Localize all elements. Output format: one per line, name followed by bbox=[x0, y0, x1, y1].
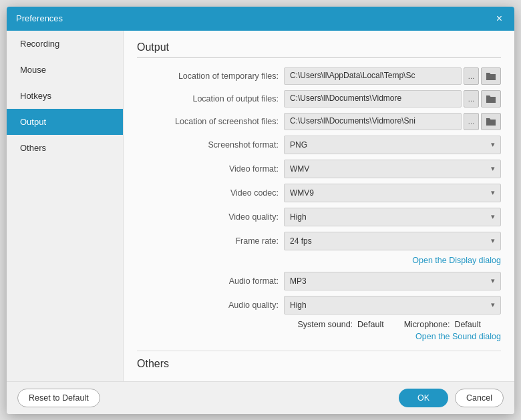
sidebar-item-others[interactable]: Others bbox=[7, 135, 123, 161]
temp-files-label: Location of temporary files: bbox=[137, 71, 284, 81]
sidebar-item-mouse[interactable]: Mouse bbox=[7, 57, 123, 83]
video-quality-label: Video quality: bbox=[137, 212, 284, 222]
frame-rate-select[interactable]: 24 fps ▾ bbox=[284, 232, 501, 250]
audio-quality-value: High bbox=[290, 300, 307, 310]
video-codec-label: Video codec: bbox=[137, 188, 284, 198]
temp-files-input[interactable]: C:\Users\ll\AppData\Local\Temp\Sc bbox=[284, 67, 462, 85]
sidebar-item-hotkeys[interactable]: Hotkeys bbox=[7, 83, 123, 109]
screenshot-files-field-group: C:\Users\ll\Documents\Vidmore\Sni ... bbox=[284, 113, 501, 130]
chevron-down-icon: ▾ bbox=[491, 276, 495, 285]
main-content: Output Location of temporary files: C:\U… bbox=[124, 31, 514, 381]
screenshot-format-field-group: PNG ▾ bbox=[284, 136, 501, 154]
folder-icon bbox=[486, 117, 496, 126]
open-display-link[interactable]: Open the Display dialog bbox=[412, 256, 501, 265]
audio-quality-field-group: High ▾ bbox=[284, 296, 501, 314]
sidebar-item-output[interactable]: Output bbox=[7, 109, 123, 135]
video-codec-row: Video codec: WMV9 ▾ bbox=[137, 184, 501, 202]
sound-info-row: System sound: Default Microphone: Defaul… bbox=[137, 320, 501, 329]
screenshot-files-dots-button[interactable]: ... bbox=[464, 113, 479, 130]
sidebar-item-recording[interactable]: Recording bbox=[7, 31, 123, 57]
video-quality-field-group: High ▾ bbox=[284, 208, 501, 226]
close-button[interactable]: × bbox=[494, 12, 505, 25]
video-codec-value: WMV9 bbox=[290, 188, 314, 198]
dialog-title: Preferences bbox=[16, 13, 63, 23]
chevron-down-icon: ▾ bbox=[491, 300, 495, 309]
frame-rate-row: Frame rate: 24 fps ▾ bbox=[137, 232, 501, 250]
screenshot-format-value: PNG bbox=[290, 140, 307, 150]
screenshot-files-input[interactable]: C:\Users\ll\Documents\Vidmore\Sni bbox=[284, 113, 462, 130]
dialog-footer: Reset to Default OK Cancel bbox=[7, 381, 514, 414]
chevron-down-icon: ▾ bbox=[491, 236, 495, 245]
video-format-row: Video format: WMV ▾ bbox=[137, 160, 501, 178]
output-section-title: Output bbox=[137, 41, 501, 58]
frame-rate-value: 24 fps bbox=[290, 236, 312, 246]
output-files-input[interactable]: C:\Users\ll\Documents\Vidmore bbox=[284, 90, 462, 108]
system-sound-value: Default bbox=[357, 320, 384, 329]
video-quality-value: High bbox=[290, 212, 307, 222]
video-format-field-group: WMV ▾ bbox=[284, 160, 501, 178]
folder-icon bbox=[486, 94, 496, 103]
sidebar-item-label: Others bbox=[20, 143, 46, 153]
sidebar: Recording Mouse Hotkeys Output Others bbox=[7, 31, 124, 381]
frame-rate-label: Frame rate: bbox=[137, 236, 284, 246]
audio-format-value: MP3 bbox=[290, 276, 307, 286]
video-codec-select[interactable]: WMV9 ▾ bbox=[284, 184, 501, 202]
temp-files-dots-button[interactable]: ... bbox=[464, 67, 479, 85]
output-files-row: Location of output files: C:\Users\ll\Do… bbox=[137, 90, 501, 108]
open-sound-link[interactable]: Open the Sound dialog bbox=[415, 332, 501, 341]
dialog-body: Recording Mouse Hotkeys Output Others Ou… bbox=[7, 31, 514, 381]
frame-rate-field-group: 24 fps ▾ bbox=[284, 232, 501, 250]
reset-button[interactable]: Reset to Default bbox=[17, 389, 100, 407]
output-files-folder-button[interactable] bbox=[481, 90, 501, 108]
audio-quality-select[interactable]: High ▾ bbox=[284, 296, 501, 314]
video-codec-field-group: WMV9 ▾ bbox=[284, 184, 501, 202]
open-sound-row: Open the Sound dialog bbox=[137, 332, 501, 341]
video-quality-select[interactable]: High ▾ bbox=[284, 208, 501, 226]
video-format-select[interactable]: WMV ▾ bbox=[284, 160, 501, 178]
open-display-row: Open the Display dialog bbox=[137, 256, 501, 265]
microphone-info: Microphone: Default bbox=[404, 320, 481, 329]
folder-icon bbox=[486, 71, 496, 81]
system-sound-info: System sound: Default bbox=[297, 320, 383, 329]
sidebar-item-label: Hotkeys bbox=[20, 91, 51, 101]
title-bar: Preferences × bbox=[7, 7, 514, 31]
section-separator bbox=[137, 351, 501, 351]
audio-format-row: Audio format: MP3 ▾ bbox=[137, 272, 501, 290]
preferences-dialog: Preferences × Recording Mouse Hotkeys Ou… bbox=[7, 7, 514, 414]
screenshot-files-folder-button[interactable] bbox=[481, 113, 501, 130]
system-sound-label: System sound: bbox=[297, 320, 353, 329]
output-files-field-group: C:\Users\ll\Documents\Vidmore ... bbox=[284, 90, 501, 108]
audio-format-field-group: MP3 ▾ bbox=[284, 272, 501, 290]
temp-files-folder-button[interactable] bbox=[481, 67, 501, 85]
video-quality-row: Video quality: High ▾ bbox=[137, 208, 501, 226]
others-section-title: Others bbox=[137, 358, 501, 370]
audio-quality-row: Audio quality: High ▾ bbox=[137, 296, 501, 314]
screenshot-format-select[interactable]: PNG ▾ bbox=[284, 136, 501, 154]
chevron-down-icon: ▾ bbox=[491, 188, 495, 197]
audio-format-select[interactable]: MP3 ▾ bbox=[284, 272, 501, 290]
microphone-label: Microphone: bbox=[404, 320, 450, 329]
cancel-button[interactable]: Cancel bbox=[455, 389, 504, 407]
audio-format-label: Audio format: bbox=[137, 276, 284, 286]
screenshot-files-row: Location of screenshot files: C:\Users\l… bbox=[137, 113, 501, 130]
screenshot-files-label: Location of screenshot files: bbox=[137, 117, 284, 126]
sidebar-item-label: Recording bbox=[20, 39, 59, 49]
sidebar-item-label: Mouse bbox=[20, 65, 46, 75]
output-files-dots-button[interactable]: ... bbox=[464, 90, 479, 108]
chevron-down-icon: ▾ bbox=[491, 212, 495, 221]
output-files-label: Location of output files: bbox=[137, 94, 284, 103]
ok-button[interactable]: OK bbox=[399, 389, 448, 407]
screenshot-format-label: Screenshot format: bbox=[137, 140, 284, 150]
temp-files-field-group: C:\Users\ll\AppData\Local\Temp\Sc ... bbox=[284, 67, 501, 85]
microphone-value: Default bbox=[454, 320, 481, 329]
footer-buttons: OK Cancel bbox=[399, 389, 504, 407]
temp-files-row: Location of temporary files: C:\Users\ll… bbox=[137, 67, 501, 85]
video-format-label: Video format: bbox=[137, 164, 284, 174]
sidebar-item-label: Output bbox=[20, 117, 46, 127]
audio-quality-label: Audio quality: bbox=[137, 300, 284, 310]
chevron-down-icon: ▾ bbox=[491, 140, 495, 149]
screenshot-format-row: Screenshot format: PNG ▾ bbox=[137, 136, 501, 154]
video-format-value: WMV bbox=[290, 164, 309, 174]
chevron-down-icon: ▾ bbox=[491, 164, 495, 173]
